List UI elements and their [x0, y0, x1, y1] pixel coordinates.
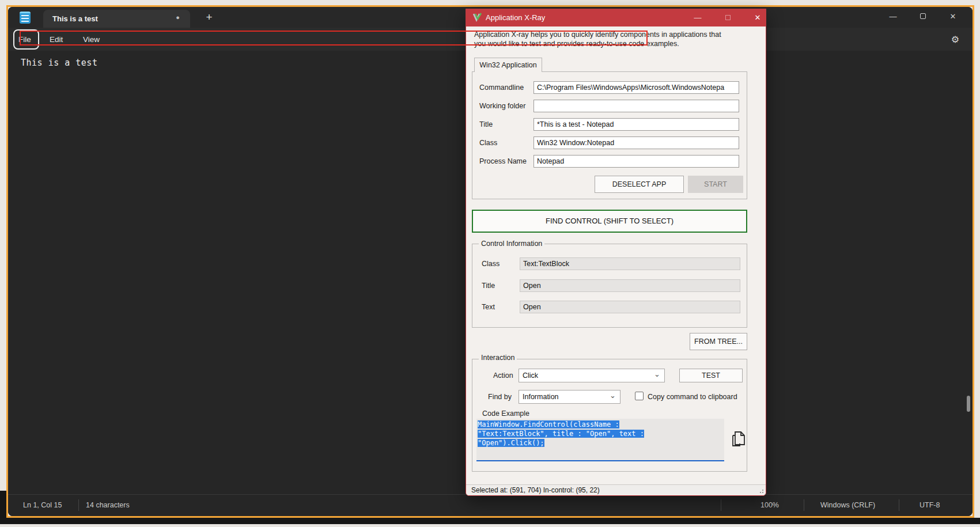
class-input[interactable] — [533, 137, 739, 149]
xray-title-bar: Application X-Ray — ✕ — [466, 9, 766, 26]
description-line-1: Application X-ray helps you to quickly i… — [474, 30, 745, 39]
xray-maximize-button[interactable] — [718, 9, 737, 26]
title-label: Title — [479, 120, 493, 128]
working-folder-label: Working folder — [479, 102, 525, 110]
description-line-2: you would like to test and provides read… — [474, 39, 745, 48]
xray-window-title: Application X-Ray — [486, 13, 545, 22]
notepad-icon — [20, 12, 31, 24]
xray-description: Application X-ray helps you to quickly i… — [474, 30, 745, 48]
deselect-app-button[interactable]: DESELECT APP — [595, 176, 684, 193]
unsaved-dot-icon: ● — [176, 14, 180, 21]
new-tab-button[interactable]: + — [200, 9, 218, 26]
find-control-button[interactable]: FIND CONTROL (SHIFT TO SELECT) — [472, 210, 747, 233]
xray-logo-icon — [473, 13, 483, 24]
xray-minimize-button[interactable]: — — [688, 9, 707, 26]
settings-gear-icon[interactable]: ⚙ — [947, 32, 963, 47]
code-line: MainWindow.FindControl(className : — [478, 420, 619, 429]
code-example-textarea[interactable]: MainWindow.FindControl(className : "Text… — [476, 419, 724, 461]
action-value: Click — [523, 371, 538, 380]
ci-text-label: Text — [482, 303, 495, 311]
commandline-input[interactable] — [533, 81, 739, 94]
screen: This is a test ● + — ✕ File Edit View ⚙ … — [0, 0, 980, 527]
ci-class-label: Class — [482, 260, 500, 268]
find-by-value: Information — [523, 393, 559, 401]
action-label: Action — [493, 371, 513, 380]
code-line: "Text:TextBlock", title : "Open", text : — [478, 430, 644, 438]
test-button[interactable]: TEST — [679, 369, 743, 382]
win32-application-group: Commandline Working folder Title Class P… — [472, 71, 747, 199]
chevron-down-icon: ⌄ — [654, 368, 660, 381]
code-example-label: Code Example — [482, 410, 529, 418]
status-characters: 14 characters — [86, 501, 130, 509]
control-information-legend: Control Information — [479, 240, 544, 248]
separator — [721, 499, 721, 511]
notepad-maximize-button[interactable] — [910, 7, 936, 26]
from-tree-button[interactable]: FROM TREE... — [690, 333, 747, 350]
ci-class-field[interactable] — [520, 257, 740, 270]
editor-text: This is a test — [21, 58, 97, 68]
class-label: Class — [479, 139, 497, 147]
copy-command-checkbox[interactable] — [635, 392, 644, 400]
maximize-icon — [725, 15, 731, 20]
ci-text-field[interactable] — [520, 301, 740, 313]
menu-edit[interactable]: Edit — [46, 33, 66, 47]
maximize-icon — [920, 13, 926, 19]
scrollbar-thumb[interactable] — [967, 396, 970, 412]
find-by-select[interactable]: Information ⌄ — [519, 390, 620, 404]
title-input[interactable] — [533, 118, 739, 131]
notepad-status-bar: Ln 1, Col 15 14 characters 100% Windows … — [8, 494, 973, 516]
separator — [804, 499, 804, 511]
chevron-down-icon: ⌄ — [610, 389, 616, 402]
status-line-col: Ln 1, Col 15 — [23, 501, 62, 509]
tab-title: This is a test — [52, 14, 98, 23]
ci-title-label: Title — [482, 282, 495, 290]
menu-view[interactable]: View — [80, 33, 103, 47]
xray-window: Application X-Ray — ✕ Application X-ray … — [466, 9, 766, 496]
selected-at-text: Selected at: (591, 704) In-control: (95,… — [471, 486, 600, 494]
desktop-dark-band — [0, 518, 980, 524]
notepad-minimize-button[interactable]: — — [880, 7, 906, 26]
xray-status-bar: Selected at: (591, 704) In-control: (95,… — [466, 484, 766, 495]
notepad-close-button[interactable]: ✕ — [940, 7, 966, 26]
separator — [78, 499, 79, 511]
tab-win32-application[interactable]: Win32 Application — [474, 58, 542, 72]
process-name-label: Process Name — [479, 157, 527, 165]
copy-command-label: Copy command to clipboard — [648, 393, 737, 401]
working-folder-input[interactable] — [533, 100, 739, 112]
status-encoding[interactable]: UTF-8 — [920, 501, 940, 509]
process-name-input[interactable] — [533, 155, 739, 168]
status-eol[interactable]: Windows (CRLF) — [820, 501, 875, 509]
action-select[interactable]: Click ⌄ — [519, 369, 665, 382]
resize-grip-icon[interactable] — [759, 489, 764, 494]
copy-icon[interactable] — [729, 429, 747, 452]
xray-close-button[interactable]: ✕ — [748, 9, 767, 26]
status-zoom[interactable]: 100% — [760, 501, 779, 509]
find-by-label: Find by — [488, 393, 512, 401]
notepad-tab[interactable]: This is a test ● — [43, 10, 190, 28]
commandline-label: Commandline — [479, 84, 524, 92]
separator — [899, 499, 899, 511]
code-line: "Open").Click(); — [478, 439, 544, 447]
start-button[interactable]: START — [688, 176, 743, 193]
menu-file[interactable]: File — [15, 33, 35, 47]
interaction-legend: Interaction — [479, 354, 517, 362]
control-information-group: Class Title Text — [472, 244, 747, 328]
ci-title-field[interactable] — [520, 279, 740, 292]
